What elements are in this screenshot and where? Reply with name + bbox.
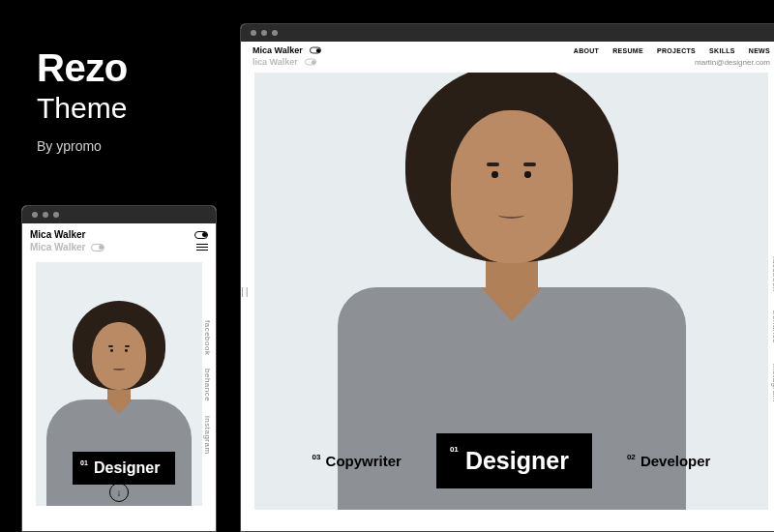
role-number: 02 — [627, 453, 636, 461]
theme-tagline: Theme — [37, 92, 128, 125]
role-number: 03 — [313, 453, 321, 461]
nav-news-link[interactable]: NEWS — [749, 47, 770, 54]
mobile-site-owner[interactable]: Mica Walker — [30, 229, 85, 240]
person-face-illustration — [451, 110, 573, 263]
hamburger-menu-icon[interactable] — [196, 244, 208, 251]
scroll-down-icon[interactable]: ↓ — [109, 483, 129, 502]
theme-toggle-shadow-icon — [91, 244, 104, 251]
desktop-site-owner[interactable]: Mica Walker — [253, 45, 303, 55]
nav-resume-link[interactable]: RESUME — [612, 47, 643, 54]
theme-name: Rezo — [37, 46, 128, 90]
roles-row: 03 Copywriter 01 Designer 02 Developer — [254, 433, 768, 488]
window-dot-icon — [251, 30, 256, 36]
nav-skills-link[interactable]: SKILLS — [709, 47, 735, 54]
nav-about-link[interactable]: ABOUT — [574, 47, 599, 54]
mobile-role-label: Designer — [94, 459, 160, 476]
role-copywriter[interactable]: 03 Copywriter — [313, 453, 402, 469]
desktop-site-owner-shadow: lica Walker — [253, 57, 298, 67]
role-number: 01 — [450, 445, 459, 454]
person-hair-illustration — [73, 301, 165, 390]
mobile-hero-image: 01 Designer ↓ — [36, 262, 202, 506]
contact-email[interactable]: martin@designer.com — [695, 58, 770, 67]
social-instagram-link[interactable]: instagram — [203, 416, 212, 455]
role-label: Developer — [640, 453, 711, 469]
theme-toggle-icon[interactable] — [310, 47, 321, 54]
role-developer[interactable]: 02 Developer — [627, 453, 711, 469]
mobile-role-number: 01 — [80, 459, 88, 466]
nav-projects-link[interactable]: PROJECTS — [657, 47, 696, 54]
window-dot-icon — [32, 212, 38, 218]
desktop-preview-window: Mica Walker ABOUT RESUME PROJECTS SKILLS… — [240, 23, 774, 532]
mobile-site-owner-shadow: Mica Walker — [30, 242, 85, 252]
social-facebook-link[interactable]: facebook — [203, 320, 212, 355]
theme-toggle-shadow-icon — [305, 59, 316, 66]
window-dot-icon — [43, 212, 48, 218]
mobile-preview-window: Mica Walker Mica Walker — [21, 205, 217, 532]
window-dot-icon — [53, 212, 59, 218]
window-dot-icon — [261, 30, 267, 36]
person-hair-illustration — [405, 73, 618, 262]
drag-handle-icon[interactable]: || — [241, 285, 251, 297]
person-face-illustration — [92, 322, 146, 390]
mobile-window-titlebar — [22, 206, 216, 223]
desktop-hero-image: 03 Copywriter 01 Designer 02 Developer — [254, 73, 768, 510]
desktop-window-titlebar — [241, 24, 774, 42]
mobile-role-badge[interactable]: 01 Designer — [73, 452, 175, 485]
window-dot-icon — [272, 30, 278, 36]
promo-block: Rezo Theme By ypromo — [37, 46, 128, 154]
role-label: Copywriter — [326, 453, 402, 469]
theme-byline: By ypromo — [37, 138, 128, 154]
role-label: Designer — [465, 447, 569, 474]
role-designer-active[interactable]: 01 Designer — [436, 433, 592, 488]
theme-toggle-icon[interactable] — [194, 231, 208, 239]
social-behance-link[interactable]: behance — [203, 369, 212, 401]
